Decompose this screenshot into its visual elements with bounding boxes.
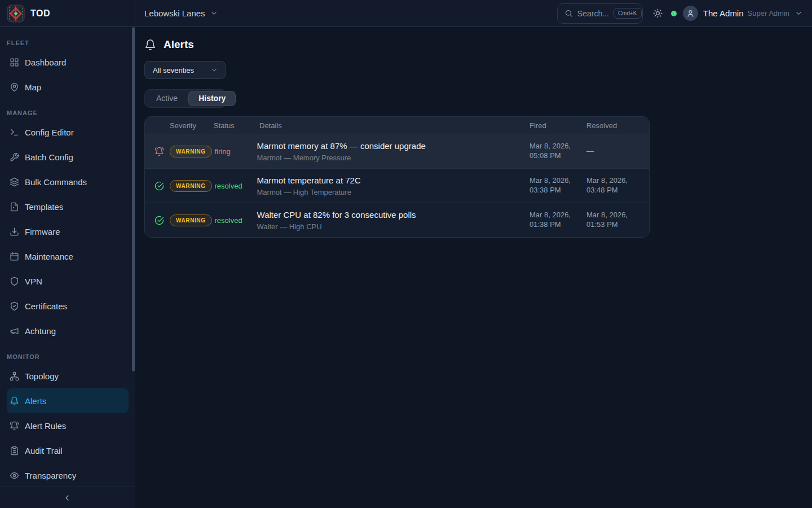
sidebar-scrollbar[interactable]	[132, 27, 135, 371]
sidebar: FLEET Dashboard Map MANAGE	[0, 27, 135, 508]
sidebar-collapse-button[interactable]	[0, 487, 134, 508]
brand-area: TOD	[0, 0, 135, 27]
resolved-timestamp: Mar 8, 2026, 01:53 PM	[586, 211, 635, 230]
sidebar-item-topology[interactable]: Topology	[7, 364, 129, 388]
alert-subtitle: Marmot — High Temperature	[257, 188, 523, 196]
check-circle-icon	[155, 216, 164, 225]
table-row[interactable]: WARNING resolved Walter CPU at 82% for 3…	[145, 203, 649, 237]
sidebar-item-alert-rules[interactable]: Alert Rules	[7, 413, 129, 438]
sidebar-item-dashboard[interactable]: Dashboard	[7, 50, 129, 75]
layers-icon	[10, 177, 19, 187]
user-name: The Admin	[703, 8, 744, 18]
severity-badge: WARNING	[170, 214, 212, 226]
severity-filter-value: All severities	[153, 66, 210, 75]
sidebar-item-templates[interactable]: Templates	[7, 194, 129, 219]
alert-details: Walter CPU at 82% for 3 consecutive poll…	[253, 210, 523, 231]
brand-logo-icon	[7, 5, 25, 23]
column-header-details: Details	[251, 121, 523, 130]
terminal-icon	[10, 128, 19, 137]
alert-details: Marmot memory at 87% — consider upgrade …	[253, 141, 523, 162]
main-content: Alerts All severities Active History Sev…	[135, 27, 812, 508]
column-header-status: Status	[211, 121, 251, 130]
alert-title: Walter CPU at 82% for 3 consecutive poll…	[257, 210, 523, 220]
tab-history[interactable]: History	[188, 91, 236, 106]
sidebar-item-vpn[interactable]: VPN	[7, 269, 129, 294]
nav-section-fleet: FLEET Dashboard Map	[0, 40, 135, 99]
tab-active[interactable]: Active	[147, 91, 187, 106]
search-icon	[564, 9, 573, 17]
page-header: Alerts	[144, 38, 812, 51]
search-input[interactable]: Search... Cmd+K	[557, 3, 643, 24]
section-label-monitor: MONITOR	[0, 353, 135, 360]
table-row[interactable]: WARNING resolved Marmot temperature at 7…	[145, 168, 649, 203]
megaphone-icon	[10, 326, 19, 336]
nav-section-monitor: MONITOR Topology Alerts	[0, 353, 135, 488]
section-label-fleet: FLEET	[0, 40, 135, 46]
eye-icon	[10, 471, 19, 480]
chevron-down-icon	[210, 66, 218, 74]
sidebar-item-bulk-commands[interactable]: Bulk Commands	[7, 169, 129, 194]
org-name: Lebowski Lanes	[144, 8, 205, 18]
alerts-table: Severity Status Details Fired Resolved W…	[144, 116, 650, 238]
download-icon	[10, 227, 19, 237]
sidebar-item-audit-trail[interactable]: Audit Trail	[7, 438, 129, 463]
severity-badge: WARNING	[170, 180, 212, 192]
search-shortcut-badge: Cmd+K	[614, 8, 642, 19]
check-circle-icon	[155, 181, 164, 191]
alert-subtitle: Marmot — Memory Pressure	[257, 154, 523, 162]
file-icon	[10, 202, 19, 212]
wrench-icon	[10, 152, 19, 162]
fired-timestamp: Mar 8, 2026, 01:38 PM	[529, 211, 578, 230]
calendar-icon	[10, 252, 19, 261]
resolved-timestamp: Mar 8, 2026, 03:48 PM	[586, 176, 635, 195]
user-avatar[interactable]	[683, 6, 698, 21]
status-text: firing	[212, 147, 253, 156]
alerts-bell-icon	[144, 39, 156, 51]
sidebar-item-alerts[interactable]: Alerts	[7, 388, 129, 413]
chevron-down-icon	[210, 9, 218, 17]
alert-title: Marmot temperature at 72C	[257, 176, 523, 185]
theme-toggle-sun-icon[interactable]	[653, 8, 663, 18]
resolved-timestamp: —	[586, 147, 635, 156]
sidebar-item-map[interactable]: Map	[7, 75, 129, 99]
topbar: TOD Lebowski Lanes Search... Cmd+K	[0, 0, 812, 27]
table-row[interactable]: WARNING firing Marmot memory at 87% — co…	[145, 134, 649, 168]
network-icon	[10, 371, 19, 381]
online-status-dot	[671, 11, 677, 16]
alert-details: Marmot temperature at 72C Marmot — High …	[253, 176, 523, 196]
column-header-resolved: Resolved	[584, 121, 649, 130]
sidebar-item-transparency[interactable]: Transparency	[7, 463, 129, 488]
sidebar-item-certificates[interactable]: Certificates	[7, 294, 129, 318]
chevron-left-icon	[63, 493, 72, 502]
severity-filter-dropdown[interactable]: All severities	[144, 61, 226, 79]
map-pin-icon	[10, 82, 19, 92]
alert-subtitle: Walter — High CPU	[257, 222, 523, 231]
severity-badge: WARNING	[170, 146, 212, 157]
sidebar-item-maintenance[interactable]: Maintenance	[7, 244, 129, 269]
user-role-badge: Super Admin	[748, 9, 789, 17]
brand-name: TOD	[30, 8, 50, 19]
org-switcher[interactable]: Lebowski Lanes	[144, 8, 218, 18]
column-header-fired: Fired	[523, 121, 584, 130]
app-window: TOD Lebowski Lanes Search... Cmd+K	[0, 0, 812, 508]
sidebar-item-achtung[interactable]: Achtung	[7, 318, 129, 343]
sidebar-item-firmware[interactable]: Firmware	[7, 219, 129, 244]
topbar-main: Lebowski Lanes Search... Cmd+K	[135, 0, 812, 27]
sidebar-nav: FLEET Dashboard Map MANAGE	[0, 27, 135, 488]
fired-timestamp: Mar 8, 2026, 03:38 PM	[529, 176, 578, 195]
bell-ring-icon	[10, 421, 19, 431]
bell-ring-icon	[155, 147, 164, 156]
table-header: Severity Status Details Fired Resolved	[145, 117, 649, 134]
page-title: Alerts	[164, 38, 194, 51]
bell-icon	[10, 396, 19, 406]
nav-section-manage: MANAGE Config Editor Batch Config	[0, 110, 135, 343]
sidebar-item-batch-config[interactable]: Batch Config	[7, 144, 129, 169]
alert-title: Marmot memory at 87% — consider upgrade	[257, 141, 523, 151]
column-header-severity: Severity	[145, 121, 211, 130]
dashboard-icon	[10, 58, 19, 67]
shield-icon	[10, 277, 19, 286]
user-menu-chevron-down-icon[interactable]	[795, 9, 803, 17]
section-label-manage: MANAGE	[0, 110, 135, 116]
sidebar-item-config-editor[interactable]: Config Editor	[7, 120, 129, 144]
shield-check-icon	[10, 301, 19, 311]
